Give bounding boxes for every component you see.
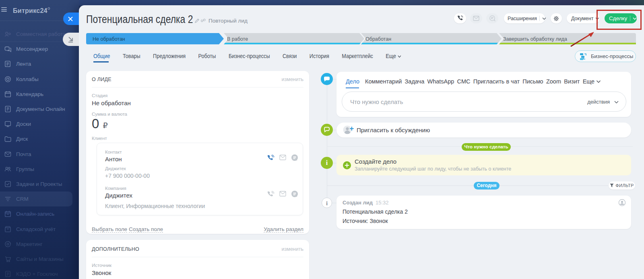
svg-text:Завершить обработку лида: Завершить обработку лида (503, 36, 567, 42)
svg-text:Не обработан: Не обработан (93, 36, 125, 42)
svg-text:В работе: В работе (227, 36, 248, 42)
svg-text:Обработан: Обработан (365, 36, 391, 42)
